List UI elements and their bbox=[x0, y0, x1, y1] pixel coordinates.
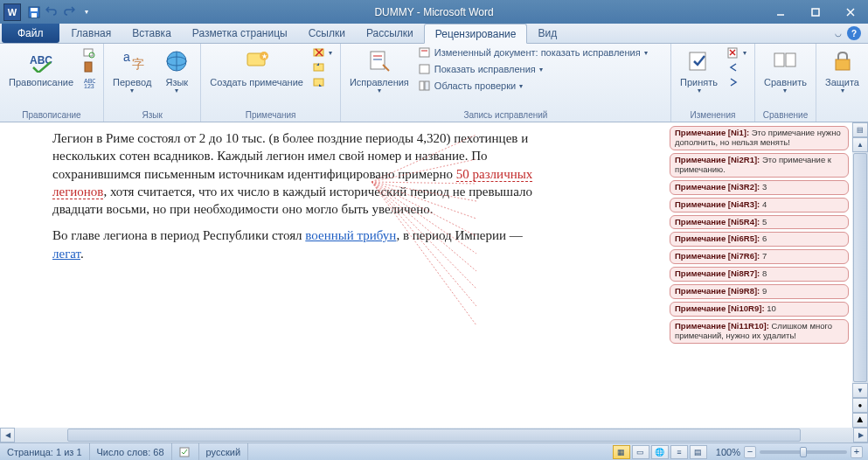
comment-balloon[interactable]: Примечание [Ni5R4]: 5 bbox=[670, 215, 849, 230]
compare-button[interactable]: Сравнить ▾ bbox=[760, 45, 810, 97]
comment-text: 5 bbox=[762, 217, 767, 227]
delete-comment-button[interactable]: ▾ bbox=[310, 45, 335, 59]
word-app-icon[interactable]: W bbox=[3, 3, 21, 21]
vertical-scrollbar[interactable]: ▤ ▲ ▼ ● ⯅ ⯆ bbox=[852, 122, 868, 443]
outline-view-button[interactable]: ≡ bbox=[670, 445, 688, 459]
reviewing-pane-dropdown[interactable]: Область проверки ▾ bbox=[416, 79, 650, 93]
next-comment-button[interactable] bbox=[310, 75, 335, 89]
comment-balloon[interactable]: Примечание [Ni8R7]: 8 bbox=[670, 267, 849, 282]
draft-view-button[interactable]: ▤ bbox=[690, 445, 707, 459]
redo-icon[interactable] bbox=[61, 4, 77, 20]
horizontal-scrollbar[interactable]: ◀ ▶ bbox=[0, 428, 868, 443]
prev-change-button[interactable] bbox=[725, 60, 749, 74]
tab-вид[interactable]: Вид bbox=[527, 24, 567, 43]
comment-balloon[interactable]: Примечание [Ni6R5]: 6 bbox=[670, 232, 849, 247]
svg-rect-32 bbox=[420, 81, 424, 90]
zoom-level[interactable]: 100% bbox=[716, 447, 740, 457]
research-button[interactable] bbox=[80, 45, 98, 59]
comment-balloon[interactable]: Примечание [Ni4R3]: 4 bbox=[670, 198, 849, 213]
print-layout-view-button[interactable]: ▦ bbox=[613, 445, 630, 459]
svg-rect-25 bbox=[314, 79, 323, 86]
tab-вставка[interactable]: Вставка bbox=[122, 24, 182, 43]
svg-rect-38 bbox=[774, 53, 784, 66]
undo-icon[interactable] bbox=[44, 4, 59, 20]
comment-balloon[interactable]: Примечание [Ni10R9]: 10 bbox=[670, 302, 849, 317]
comment-balloon[interactable]: Примечание [Ni7R6]: 7 bbox=[670, 249, 849, 264]
comment-tag: Примечание [Ni5R4]: bbox=[675, 217, 762, 227]
save-icon[interactable] bbox=[26, 4, 42, 20]
close-button[interactable] bbox=[833, 0, 868, 24]
ribbon-group-language: a字 Перевод ▾ Язык ▾ Язык bbox=[104, 44, 201, 122]
prev-page-button[interactable]: ⯅ bbox=[852, 413, 868, 428]
prev-comment-button[interactable] bbox=[310, 60, 335, 74]
zoom-slider[interactable] bbox=[760, 450, 847, 454]
translate-button[interactable]: a字 Перевод ▾ bbox=[109, 45, 155, 97]
scroll-left-button[interactable]: ◀ bbox=[0, 428, 15, 443]
comment-balloon[interactable]: Примечание [Ni11R10]: Слишком много прим… bbox=[670, 319, 849, 344]
scroll-thumb[interactable] bbox=[853, 153, 867, 382]
comment-balloon[interactable]: Примечание [Ni2R1]: Это примечание к при… bbox=[670, 153, 849, 178]
zoom-handle[interactable] bbox=[800, 447, 807, 457]
ribbon-group-changes: Принять ▾ ▾ Изменения bbox=[671, 44, 755, 122]
thesaurus-button[interactable] bbox=[80, 60, 98, 74]
svg-text:123: 123 bbox=[84, 83, 94, 88]
word-count-status[interactable]: Число слов: 68 bbox=[90, 443, 172, 460]
zoom-out-button[interactable]: − bbox=[744, 446, 756, 458]
next-change-button[interactable] bbox=[725, 75, 749, 89]
comment-balloon[interactable]: Примечание [Ni1]: Это примечание нужно д… bbox=[670, 126, 849, 150]
minimize-ribbon-icon[interactable]: ◡ bbox=[835, 29, 842, 38]
language-button[interactable]: Язык ▾ bbox=[158, 45, 195, 97]
proofing-status[interactable] bbox=[172, 443, 199, 460]
reject-button[interactable]: ▾ bbox=[725, 45, 749, 59]
spellcheck-button[interactable]: ABC Правописание bbox=[5, 45, 77, 89]
svg-rect-10 bbox=[85, 62, 92, 72]
tab-рассылки[interactable]: Рассылки bbox=[356, 24, 424, 43]
scroll-down-button[interactable]: ▼ bbox=[852, 383, 868, 398]
new-comment-button[interactable]: ★ Создать примечание bbox=[206, 45, 307, 89]
ribbon-group-label: Правописание bbox=[5, 108, 98, 122]
comment-tag: Примечание [Ni7R6]: bbox=[675, 251, 762, 261]
hyperlink[interactable]: легат bbox=[52, 247, 80, 261]
scroll-up-button[interactable]: ▲ bbox=[852, 137, 868, 152]
comment-balloon[interactable]: Примечание [Ni3R2]: 3 bbox=[670, 180, 849, 195]
quick-access-toolbar: W ▾ bbox=[0, 3, 98, 21]
display-for-review-dropdown[interactable]: Измененный документ: показать исправлени… bbox=[416, 45, 650, 59]
minimize-button[interactable] bbox=[763, 0, 798, 24]
ruler-toggle-icon[interactable]: ▤ bbox=[852, 122, 868, 137]
help-icon[interactable]: ? bbox=[847, 26, 861, 40]
hscroll-thumb[interactable] bbox=[67, 429, 801, 442]
track-changes-button[interactable]: Исправления ▾ bbox=[346, 45, 413, 97]
page-status[interactable]: Страница: 1 из 1 bbox=[0, 443, 90, 460]
protect-button[interactable]: Защита ▾ bbox=[822, 45, 863, 97]
zoom-in-button[interactable]: + bbox=[851, 446, 863, 458]
comment-text: 8 bbox=[762, 268, 767, 278]
file-tab[interactable]: Файл bbox=[2, 24, 59, 43]
svg-rect-33 bbox=[425, 81, 429, 90]
comment-tag: Примечание [Ni3R2]: bbox=[675, 182, 762, 192]
tab-главная[interactable]: Главная bbox=[61, 24, 122, 43]
document-content[interactable]: Легион в Риме состоял от 2 до 10 тыс. (в… bbox=[52, 129, 542, 262]
ribbon-group-label: Запись исправлений bbox=[346, 108, 665, 122]
tab-ссылки[interactable]: Ссылки bbox=[298, 24, 356, 43]
hyperlink[interactable]: военный трибун bbox=[305, 228, 396, 242]
accept-button[interactable]: Принять ▾ bbox=[677, 45, 721, 97]
web-layout-view-button[interactable]: 🌐 bbox=[651, 445, 669, 459]
comment-balloon[interactable]: Примечание [Ni9R8]: 9 bbox=[670, 284, 849, 299]
language-status[interactable]: русский bbox=[199, 443, 248, 460]
window-controls bbox=[763, 0, 868, 24]
show-markup-dropdown[interactable]: Показать исправления ▾ bbox=[416, 62, 650, 76]
tab-разметка страницы[interactable]: Разметка страницы bbox=[182, 24, 298, 43]
ribbon-group-protect: Защита ▾ bbox=[816, 44, 868, 122]
document-page[interactable]: Легион в Риме состоял от 2 до 10 тыс. (в… bbox=[0, 122, 664, 443]
ribbon-group-label: Примечания bbox=[206, 108, 335, 122]
scroll-right-button[interactable]: ▶ bbox=[853, 428, 868, 443]
browse-object-icon[interactable]: ● bbox=[852, 398, 868, 413]
fullscreen-reading-view-button[interactable]: ▭ bbox=[632, 445, 649, 459]
svg-text:★: ★ bbox=[261, 52, 267, 60]
word-count-button[interactable]: ABC123 bbox=[80, 75, 98, 89]
qat-customize-icon[interactable]: ▾ bbox=[79, 4, 94, 20]
tab-рецензирование[interactable]: Рецензирование bbox=[424, 24, 528, 44]
comments-pane: Примечание [Ni1]: Это примечание нужно д… bbox=[664, 122, 852, 443]
maximize-button[interactable] bbox=[798, 0, 833, 24]
comment-text: 4 bbox=[762, 199, 767, 209]
